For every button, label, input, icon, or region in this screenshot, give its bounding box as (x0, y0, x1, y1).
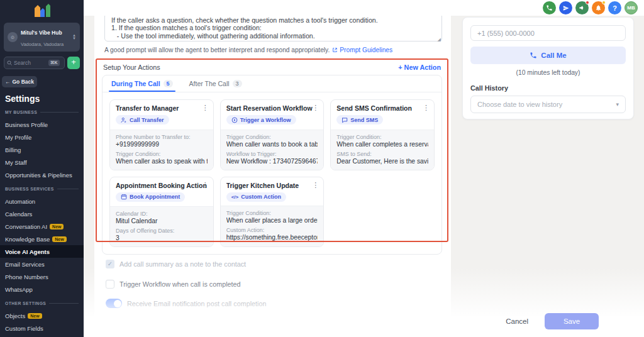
cancel-button[interactable]: Cancel (506, 318, 528, 325)
sidebar-item-billing[interactable]: Billing (0, 143, 84, 156)
sidebar-item-knowledge-base[interactable]: Knowledge BaseNew (0, 233, 84, 245)
app-root: ? MB ☺ Mitul's Vibe Hub Vadodara, Vadoda… (0, 0, 644, 337)
sidebar-item-conversation-ai[interactable]: Conversation AINew (0, 220, 84, 233)
sidebar-search[interactable]: ⌘K (4, 57, 65, 69)
code-icon: </> (231, 194, 239, 200)
sidebar-item-my-staff[interactable]: My Staff (0, 156, 84, 168)
kebab-menu-icon[interactable]: ⋮ (312, 181, 319, 189)
kebab-menu-icon[interactable]: ⋮ (423, 104, 430, 112)
account-avatar: ☺ (8, 32, 18, 42)
call-history-date-select[interactable]: Choose date to view history ▾ (470, 96, 626, 113)
option-email-notification[interactable]: Receive Email notification post call com… (106, 299, 266, 308)
option-trigger-workflow[interactable]: Trigger Workflow when call is completed (106, 280, 241, 289)
notification-dot (602, 1, 606, 4)
setup-actions-section: Setup Your Actions + New Action During T… (96, 58, 448, 242)
notification-dot (586, 1, 589, 4)
save-button[interactable]: Save (545, 313, 599, 329)
account-name: Mitul's Vibe Hub (21, 30, 62, 36)
help-icon[interactable]: ? (608, 1, 621, 14)
action-card-appointment-booking[interactable]: Appointment Booking Action ⋮ Book Appoin… (109, 177, 214, 248)
account-switcher[interactable]: ☺ Mitul's Vibe Hub Vadodara, Vadodara ▲▼ (4, 23, 80, 52)
tab-after-the-call[interactable]: After The Call 3 (189, 75, 242, 92)
action-card-start-reservation-workflow[interactable]: Start Reservation Workflow ⋮ Trigger a W… (220, 99, 325, 170)
header-icon-group: ? MB (543, 1, 638, 14)
action-card-trigger-kitchen-update[interactable]: Trigger Kitchen Update ⋮ </> Custom Acti… (220, 177, 325, 248)
new-action-button[interactable]: + New Action (398, 64, 441, 71)
top-header-bar: ? MB (84, 0, 644, 16)
action-type-badge: Call Transfer (116, 115, 169, 124)
account-location: Vadodara, Vadodara (21, 41, 64, 47)
chevron-down-icon: ▾ (616, 101, 619, 108)
toggle-on-icon[interactable] (106, 299, 122, 308)
rocket-icon[interactable] (559, 1, 572, 14)
call-transfer-icon (121, 117, 127, 123)
action-type-badge: Trigger a Workflow (226, 115, 296, 124)
search-icon (7, 60, 12, 65)
actions-section-title: Setup Your Actions (103, 64, 160, 71)
action-type-badge: </> Custom Action (226, 192, 286, 202)
sidebar-item-whatsapp[interactable]: WhatsApp (0, 283, 84, 296)
tab-count-badge: 5 (164, 80, 173, 87)
action-type-badge: Book Appointment (116, 192, 185, 202)
sidebar-item-opportunities[interactable]: Opportunities & Pipelines (0, 168, 84, 181)
prompt-guidelines-link[interactable]: Prompt Guidelines (332, 47, 392, 53)
user-avatar[interactable]: MB (625, 1, 638, 14)
call-history-label: Call History (470, 84, 626, 92)
sidebar-item-phone-numbers[interactable]: Phone Numbers (0, 270, 84, 283)
section-my-business: MY BUSINESS (0, 106, 84, 118)
call-me-button[interactable]: Call Me (470, 47, 626, 64)
shortcut-kbd: ⌘K (48, 60, 60, 66)
sidebar-item-my-profile[interactable]: My Profile (0, 131, 84, 143)
agent-prompt-textarea[interactable]: If the caller asks a question, check whe… (104, 13, 442, 41)
kebab-menu-icon[interactable]: ⋮ (202, 181, 209, 189)
kebab-menu-icon[interactable]: ⋮ (202, 104, 209, 112)
new-badge: New (50, 224, 64, 229)
phone-icon[interactable] (543, 1, 556, 14)
prompt-note-text: A good prompt will allow the agent to be… (104, 47, 330, 53)
new-badge: New (28, 313, 42, 319)
sidebar-item-calendars[interactable]: Calendars (0, 207, 84, 220)
phone-number-input[interactable] (470, 25, 626, 41)
section-business-services: BUSINESS SERVICES (0, 183, 84, 195)
sidebar-item-voice-ai-agents[interactable]: Voice AI Agents (0, 245, 84, 258)
search-input[interactable] (14, 60, 47, 66)
section-other-settings: OTHER SETTINGS (0, 297, 84, 309)
back-arrow-icon: ← (5, 79, 11, 85)
settings-sidebar: ☺ Mitul's Vibe Hub Vadodara, Vadodara ▲▼… (0, 0, 84, 337)
sidebar-item-email-services[interactable]: Email Services (0, 258, 84, 270)
option-call-summary[interactable]: ✓ Add call summary as a note to the cont… (106, 260, 246, 268)
kebab-menu-icon[interactable]: ⋮ (312, 104, 319, 112)
go-back-button[interactable]: ← Go Back (2, 76, 37, 87)
checkbox-unchecked-icon[interactable] (106, 280, 114, 289)
sms-icon (341, 117, 348, 123)
tab-count-badge: 3 (233, 80, 242, 87)
action-cards-grid: Transfer to Manager ⋮ Call Transfer Phon… (103, 92, 441, 254)
tab-during-the-call[interactable]: During The Call 5 (111, 75, 173, 92)
sidebar-title: Settings (5, 94, 84, 104)
workflow-icon (231, 117, 238, 123)
sidebar-item-automation[interactable]: Automation (0, 195, 84, 207)
minutes-left-note: (10 minutes left today) (470, 69, 626, 76)
calendar-icon (121, 194, 127, 200)
add-button[interactable]: + (67, 57, 80, 69)
new-badge: New (52, 236, 66, 242)
chevron-updown-icon: ▲▼ (72, 34, 76, 40)
phone-icon (530, 52, 537, 59)
external-link-icon (332, 47, 338, 53)
checkbox-checked-icon[interactable]: ✓ (106, 260, 114, 268)
bell-icon[interactable] (592, 1, 605, 14)
agent-settings-panel: If the caller asks a question, check whe… (94, 16, 451, 337)
sidebar-item-custom-fields[interactable]: Custom Fields (0, 322, 84, 334)
action-type-badge: Send SMS (336, 115, 383, 124)
megaphone-icon[interactable] (575, 1, 589, 14)
app-logo-icon[interactable] (0, 0, 84, 20)
action-card-transfer-to-manager[interactable]: Transfer to Manager ⋮ Call Transfer Phon… (109, 99, 214, 170)
sidebar-item-objects[interactable]: ObjectsNew (0, 309, 84, 322)
action-card-send-sms-confirmation[interactable]: Send SMS Confirmation ⋮ Send SMS Trigger… (330, 99, 435, 170)
actions-panel: During The Call 5 After The Call 3 Trans… (102, 75, 442, 255)
test-call-panel: Call Me (10 minutes left today) Call His… (462, 17, 634, 119)
sidebar-item-business-profile[interactable]: Business Profile (0, 118, 84, 131)
